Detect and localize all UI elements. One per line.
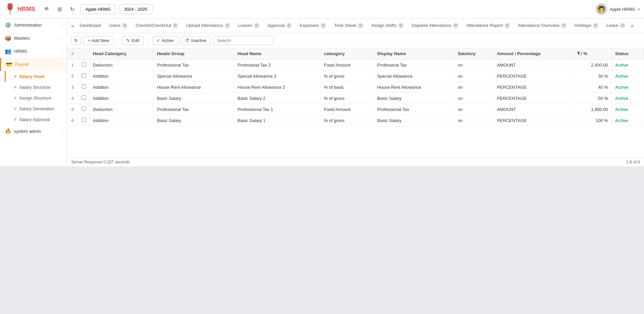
table-row[interactable]: 2 Addition Special Allowance Special All… [67, 71, 644, 82]
tab-checkInCheckOut[interactable]: CheckInCheckOut ✕ [131, 18, 182, 33]
sidebar-sub-salary-approval[interactable]: ≡ Salary Approval [5, 114, 67, 125]
cell-category: Fixed Amount [320, 104, 374, 115]
tab-close-checkInCheckOut[interactable]: ✕ [173, 23, 178, 28]
sidebar-label-payroll: Payroll [15, 62, 29, 67]
edit-icon: ✎ [126, 38, 130, 43]
tab-uploadAttendance[interactable]: Upload Attendance ✕ [182, 18, 234, 33]
user-dropdown-icon[interactable]: ▾ [638, 7, 640, 12]
logo[interactable]: HRMS [4, 3, 35, 15]
active-button[interactable]: ✓ Active [152, 36, 178, 45]
cell-status: Active [611, 104, 644, 115]
cell-checkbox[interactable] [78, 115, 89, 126]
tab-close-holidays[interactable]: ✕ [593, 23, 598, 28]
table-area: # Head Cateogory Heads Group Head Name c… [67, 48, 644, 157]
cell-satutory: on [454, 93, 493, 104]
tab-close-attendanceOverview[interactable]: ✕ [561, 23, 566, 28]
sidebar-sub-assign-structure[interactable]: ≡ Assign Structure [5, 92, 67, 103]
col-checkbox [78, 48, 89, 60]
cell-amount: 1,800.00 [573, 104, 611, 115]
clock-icon: ⏱ [185, 38, 189, 43]
tab-close-attendanceReport[interactable]: ✕ [505, 23, 510, 28]
tab-daywiseAttendance[interactable]: Daywise Attendance ✕ [407, 18, 462, 33]
cell-checkbox[interactable] [78, 93, 89, 104]
grid-icon[interactable]: ⊞ [55, 4, 64, 14]
tab-label-assignShifts: Assign Shifts [371, 23, 396, 28]
sidebar-item-payroll[interactable]: 💳 Payroll ˅ [0, 58, 67, 71]
cell-category: % of gross [320, 115, 374, 126]
tab-label-dashboard: Dashboard [80, 23, 101, 28]
tab-assignShifts[interactable]: Assign Shifts ✕ [367, 18, 407, 33]
refresh-button[interactable]: ↻ [71, 36, 81, 45]
cell-head-name: Basic Salary 1 [234, 115, 320, 126]
refresh-icon[interactable]: ↻ [68, 4, 77, 14]
sidebar: ⚙️ Administration › 📦 Masters › 👥 HRMS ›… [0, 18, 67, 166]
cell-heads-group: Special Allowance [154, 71, 234, 82]
table-header-row: # Head Cateogory Heads Group Head Name c… [67, 48, 644, 60]
tab-label-expenses: Expenses [300, 23, 319, 28]
sidebar-sub-salary-head[interactable]: ≡ Salary Head [5, 71, 67, 82]
table-row[interactable]: 5 Deduction Professional Tax Professiona… [67, 104, 644, 115]
table-row[interactable]: 1 Deduction Professional Tax Professinal… [67, 60, 644, 71]
edit-button[interactable]: ✎ Edit [122, 36, 143, 45]
tab-close-expenses[interactable]: ✕ [320, 23, 326, 28]
tab-dashboard[interactable]: Dashboard [76, 18, 105, 33]
cell-head-category: Deduction [89, 104, 154, 115]
cell-satutory: on [454, 104, 493, 115]
tab-users[interactable]: Users ✕ [105, 18, 132, 33]
tab-close-daywiseAttendance[interactable]: ✕ [453, 23, 458, 28]
cell-display-name: House Rent Allowance [374, 82, 454, 93]
cell-num: 3 [67, 82, 78, 93]
tab-close-leave2[interactable]: ✕ [620, 23, 625, 28]
tab-close-leaves[interactable]: ✕ [254, 23, 259, 28]
table-row[interactable]: 6 Addition Basic Salary Basic Salary 1 %… [67, 115, 644, 126]
sidebar-label-masters: Masters [14, 36, 30, 41]
salary-approval-icon: ≡ [14, 117, 16, 122]
year-range-button[interactable]: 2024 - 2025 [119, 4, 152, 14]
app-name-button[interactable]: Apple HRMS [80, 4, 116, 14]
inactive-button[interactable]: ⏱ Inactive [181, 36, 211, 45]
avatar[interactable]: 🧑 [596, 3, 607, 15]
tab-close-users[interactable]: ✕ [122, 23, 127, 28]
sidebar-item-administration[interactable]: ⚙️ Administration › [0, 18, 67, 32]
cell-checkbox[interactable] [78, 104, 89, 115]
sidebar-item-system-admin[interactable]: 🔥 system admin › [0, 125, 67, 138]
col-heads-group: Heads Group [154, 48, 234, 60]
tab-timeSheet[interactable]: Time Sheet ✕ [330, 18, 367, 33]
tab-close-assignShifts[interactable]: ✕ [398, 23, 403, 28]
tab-expenses[interactable]: Expenses ✕ [296, 18, 330, 33]
add-new-button[interactable]: + Add New [84, 36, 114, 45]
payroll-submenu: ≡ Salary Head ≡ Salary Structure ≡ Assig… [0, 71, 67, 125]
search-input[interactable] [213, 36, 274, 45]
tab-holidays[interactable]: Holidays ✕ [570, 18, 602, 33]
cell-num: 5 [67, 104, 78, 115]
cell-checkbox[interactable] [78, 60, 89, 71]
cell-category: % of gross [320, 93, 374, 104]
tab-close-timeSheet[interactable]: ✕ [358, 23, 363, 28]
tab-close-approval[interactable]: ✕ [286, 23, 292, 28]
sidebar-sub-salary-structure[interactable]: ≡ Salary Structure [5, 82, 67, 92]
cell-checkbox[interactable] [78, 71, 89, 82]
table-row[interactable]: 3 Addition House Rent Allowance House Re… [67, 82, 644, 93]
sidebar-label-hrms: HRMS [14, 49, 27, 54]
cell-satutory: on [454, 60, 493, 71]
tab-attendanceReport[interactable]: Attendance Report ✕ [462, 18, 514, 33]
tab-next-button[interactable]: » [629, 23, 635, 29]
cell-status: Active [611, 71, 644, 82]
cell-amount: 2,400.00 [573, 60, 611, 71]
topbar-right: 🧑 Apple HRMS ▾ [596, 3, 640, 15]
tab-attendanceOverview[interactable]: Attendance Overview ✕ [514, 18, 571, 33]
sidebar-item-hrms[interactable]: 👥 HRMS › [0, 45, 67, 58]
salary-head-icon: ≡ [14, 74, 16, 79]
cell-checkbox[interactable] [78, 82, 89, 93]
tab-approval[interactable]: Approval ✕ [263, 18, 296, 33]
system-admin-arrow-icon: › [61, 129, 62, 133]
tab-leaves[interactable]: Leaves ✕ [234, 18, 263, 33]
tab-close-uploadAttendance[interactable]: ✕ [225, 23, 230, 28]
table-row[interactable]: 4 Addition Basic Salary Basic Salary 2 %… [67, 93, 644, 104]
toolbar: ↻ + Add New ✎ Edit ✓ Active ⏱ Inactive [67, 33, 644, 48]
tab-prev-button[interactable]: « [70, 23, 76, 29]
sidebar-sub-salary-generation[interactable]: ≡ Salary Generation [5, 103, 67, 114]
eye-icon[interactable]: 👁 [42, 4, 51, 14]
tab-leave2[interactable]: Leave ✕ [602, 18, 629, 33]
sidebar-item-masters[interactable]: 📦 Masters › [0, 32, 67, 45]
